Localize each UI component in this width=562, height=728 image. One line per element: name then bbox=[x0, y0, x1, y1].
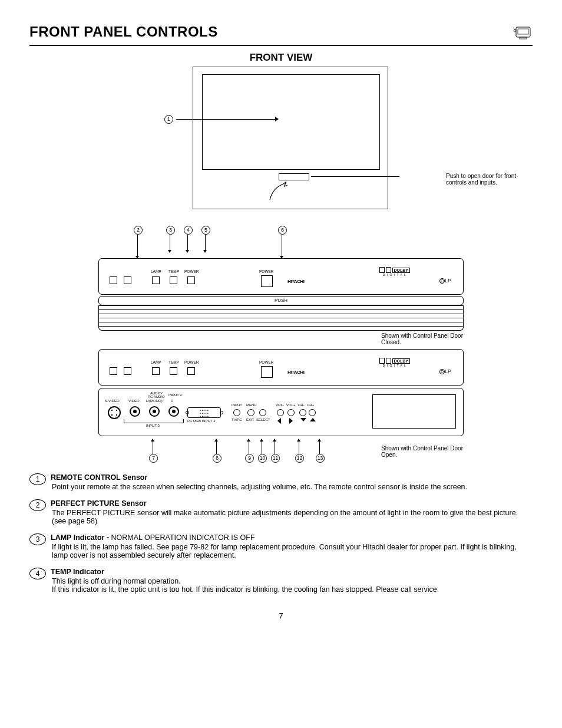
desc-num-2: 2 bbox=[29, 499, 46, 511]
front-panel-open-top: LAMP TEMP POWER POWER HITACHI DOLBY D I … bbox=[98, 349, 464, 386]
page-title: FRONT PANEL CONTROLS bbox=[29, 24, 218, 40]
top-callout-row: 2 3 4 5 6 bbox=[116, 226, 464, 258]
svg-rect-0 bbox=[516, 27, 530, 37]
desc-text-4: This light is off during normal operatio… bbox=[52, 577, 533, 594]
speaker-slats bbox=[98, 305, 464, 331]
desc-title-2: PERFECT PICTURE Sensor bbox=[51, 499, 533, 508]
description-list: 1 REMOTE CONTROL Sensor Point your remot… bbox=[29, 473, 533, 594]
push-door-note: Push to open door for front controls and… bbox=[446, 173, 523, 186]
title-rule bbox=[29, 45, 533, 46]
desc-title-4: TEMP Indicator bbox=[51, 568, 533, 576]
tv-front-diagram: 1 Push to open door for front controls a… bbox=[122, 67, 440, 220]
front-panel-open-bottom: S-VIDEO VIDEO AUDIO/ PC AUDIO L/(MONO) R… bbox=[98, 388, 464, 436]
camera-device-icon bbox=[511, 24, 533, 41]
front-panel-closed: LAMP TEMP POWER POWER HITACHI DOLBY D I … bbox=[98, 258, 464, 295]
desc-title-1: REMOTE CONTROL Sensor bbox=[51, 473, 533, 482]
page-number: 7 bbox=[29, 611, 533, 620]
bottom-callout-row: 7 8 9 10 11 12 13 bbox=[116, 436, 464, 463]
desc-text-2: The PERFECT PICTURE sensor will make aut… bbox=[52, 509, 533, 525]
svg-rect-1 bbox=[518, 29, 528, 34]
desc-text-3: If light is lit, the lamp has failed. Se… bbox=[52, 543, 533, 559]
desc-num-1: 1 bbox=[29, 473, 46, 485]
desc-title-3: LAMP Indicator - NORMAL OPERATION INDICA… bbox=[51, 533, 533, 542]
push-bar: PUSH bbox=[98, 296, 464, 305]
desc-num-3: 3 bbox=[29, 533, 46, 545]
desc-text-1: Point your remote at the screen when sel… bbox=[52, 483, 533, 491]
front-view-subtitle: FRONT VIEW bbox=[29, 52, 533, 64]
caption-closed: Shown with Control Panel Door Closed. bbox=[381, 332, 464, 345]
desc-num-4: 4 bbox=[29, 568, 46, 579]
svg-point-3 bbox=[514, 29, 516, 32]
